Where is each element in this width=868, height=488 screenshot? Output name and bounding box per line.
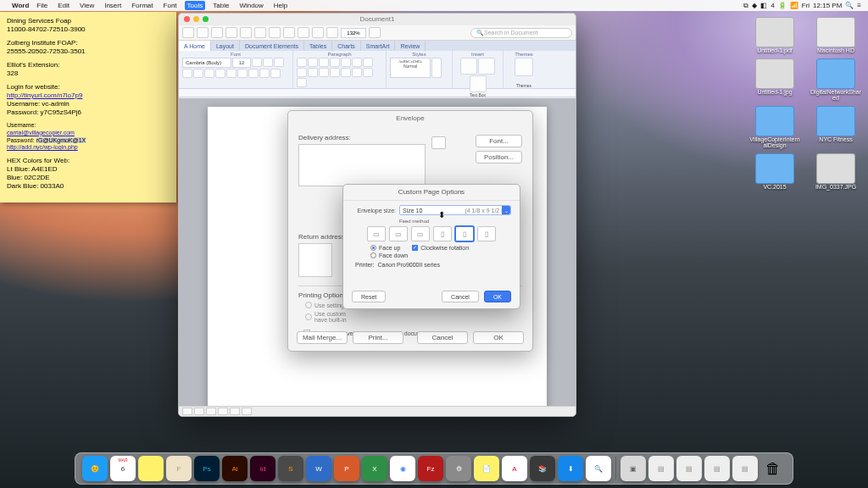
reset-button[interactable]: Reset [352,291,386,302]
zoom-icon[interactable] [203,16,209,22]
clock-time[interactable]: 12:15 PM [813,2,842,9]
dock-dropbox[interactable]: ⬇ [558,456,583,481]
align-l[interactable] [308,68,318,77]
sticky-u2-email[interactable]: carrial@villagecopier.com [7,130,75,136]
ltr[interactable] [352,58,362,67]
undo-button[interactable] [197,27,209,38]
align-r[interactable] [330,68,340,77]
clockwise-checkbox[interactable]: Clockwise rotation [412,245,469,251]
wifi-icon[interactable]: 📶 [790,2,798,9]
env-cancel-button[interactable]: Cancel [417,331,468,344]
sort[interactable] [363,58,373,67]
dock-excel[interactable]: X [362,456,387,481]
dock-fontbook[interactable]: F [166,456,192,481]
sub-button[interactable] [237,69,248,78]
dock-powerpoint[interactable]: P [334,456,359,481]
menu-format[interactable]: Format [129,1,155,10]
ok-button[interactable]: OK [484,291,511,302]
feed-icon-3[interactable]: ▭ [411,226,430,241]
menu-help[interactable]: Help [271,1,290,10]
dock-doc1[interactable]: ▤ [648,456,674,481]
multilevel[interactable] [319,58,329,67]
tab-tables[interactable]: Tables [304,41,332,51]
print-button[interactable] [225,27,237,38]
dock-chrome[interactable]: ◉ [390,456,415,481]
position-button[interactable]: Position... [476,151,522,164]
tab-charts[interactable]: Charts [332,41,361,51]
view-draft[interactable] [242,408,252,415]
delivery-textarea[interactable] [298,144,426,186]
dock-doc3[interactable]: ▤ [704,456,730,481]
redo-button[interactable] [211,27,223,38]
pilcrow[interactable] [297,68,307,77]
view-focus[interactable] [230,408,240,415]
themes-button[interactable] [515,58,533,76]
menubar-extra-1[interactable]: ◆ [752,2,757,9]
feed-icon-6[interactable]: ▯ [477,226,496,241]
dock-illustrator[interactable]: Ai [222,456,248,481]
menu-window[interactable]: Window [236,1,265,10]
justify[interactable] [341,68,351,77]
view-notebook[interactable] [218,408,228,415]
indent-inc[interactable] [341,58,351,67]
zoom-value[interactable]: 132% [341,28,366,38]
minimize-icon[interactable] [193,16,199,22]
dock-filezilla[interactable]: Fz [418,456,443,481]
tb11[interactable] [326,27,338,38]
color-button[interactable] [270,69,281,78]
tab-a-home[interactable]: A Home [179,41,211,51]
sticky-login-url[interactable]: http://tinyurl.com/n7lo7p9 [7,92,82,99]
menu-edit[interactable]: Edit [55,1,72,10]
caps[interactable] [274,58,284,67]
desktop-icon-img_0337-jpg[interactable]: IMG_0337.JPG [810,153,861,190]
dock-calendar[interactable]: 6MAR [110,456,136,481]
picture-button[interactable] [470,75,487,92]
ruler[interactable] [179,89,576,97]
style-normal[interactable]: AaBbCcDdEe Normal [390,58,431,78]
print-button[interactable]: Print... [353,331,403,344]
dock-notes[interactable]: 📄 [474,456,499,481]
cancel-button[interactable]: Cancel [442,291,479,302]
menu-file[interactable]: File [34,1,50,10]
menu-font[interactable]: Font [161,1,180,10]
desktop-icon-digitalnetworkshared[interactable]: DigitalNetworkShared [810,58,861,101]
tb8[interactable] [283,27,295,38]
strike-button[interactable] [226,69,236,78]
notification-center-icon[interactable]: ≡ [857,2,861,9]
menubar-extra-0[interactable]: ⧉ [743,2,748,9]
menubar-extra-3[interactable]: 4 [771,2,774,9]
return-textarea[interactable] [298,243,332,277]
textbox-button[interactable] [460,58,477,75]
save-button[interactable] [182,27,194,38]
font-button[interactable]: Font... [476,135,522,147]
grow-font[interactable] [252,58,262,67]
tb7[interactable] [269,27,281,38]
underline-button[interactable] [215,69,225,78]
dock-word[interactable]: W [306,456,331,481]
dock-preview[interactable]: 🔍 [586,456,611,481]
app-name[interactable]: Word [12,2,29,9]
tb5[interactable] [240,27,252,38]
shading[interactable] [363,68,373,77]
face-down-radio[interactable]: Face down [370,252,511,258]
tab-review[interactable]: Review [395,41,426,51]
tab-smartart[interactable]: SmartArt [361,41,396,51]
address-book-button[interactable] [431,136,446,149]
dock-finder[interactable]: 😊 [82,456,108,481]
menu-table[interactable]: Table [210,1,231,10]
highlight-button[interactable] [259,69,270,78]
view-outline[interactable] [194,408,204,415]
shrink-font[interactable] [263,58,273,67]
help-button[interactable] [369,27,381,38]
clear-fmt[interactable] [182,69,192,78]
dock-macintosh-hd[interactable]: ▣ [620,456,646,481]
borders[interactable] [297,78,307,87]
font-size-select[interactable]: 12 [232,58,251,68]
desktop-icon-untitled-1-jpg[interactable]: Untitled-1.jpg [749,58,800,101]
menu-view[interactable]: View [77,1,97,10]
envelope-size-select[interactable]: Size 10 (4 1/8 x 9 1/2 in) ⌄ [399,205,511,215]
face-up-radio[interactable]: Face up [370,245,400,251]
feed-icon-1[interactable]: ▭ [367,226,386,241]
tab-document-elements[interactable]: Document Elements [240,41,304,51]
use-custom-radio[interactable]: Use customhave built-in [305,311,522,323]
